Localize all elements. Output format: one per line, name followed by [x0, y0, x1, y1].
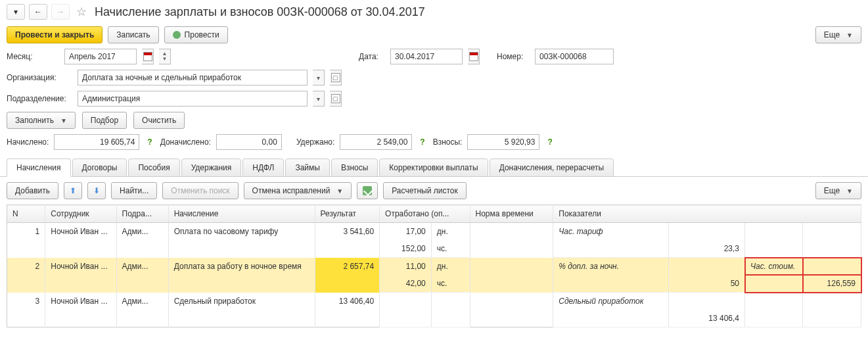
payslip-label: Расчетный листок — [392, 186, 457, 195]
post-button[interactable]: Провести — [164, 26, 228, 43]
table-row[interactable]: 3 Ночной Иван ... Адми... Сдельный прира… — [7, 293, 861, 310]
tab-loans[interactable]: Займы — [285, 158, 330, 177]
col-employee[interactable]: Сотрудник — [45, 205, 116, 223]
col-worked[interactable]: Отработано (оп... — [380, 205, 470, 223]
indicator2-name-highlighted: Час. стоим. — [745, 258, 803, 276]
fill-label: Заполнить — [15, 116, 54, 125]
date-label: Дата: — [359, 52, 385, 61]
col-accrual[interactable]: Начисление — [168, 205, 315, 223]
number-field[interactable]: 00ЗК-000068 — [535, 49, 614, 64]
forward-button[interactable]: → — [51, 4, 70, 20]
accrued-help-icon[interactable]: ? — [147, 137, 152, 147]
accrued-label: Начислено: — [7, 137, 49, 147]
month-label: Месяц: — [7, 52, 59, 61]
col-result[interactable]: Результат — [315, 205, 380, 223]
dept-open-button[interactable]: ▢ — [330, 91, 342, 107]
tab-accruals[interactable]: Начисления — [7, 158, 71, 177]
chevron-down-icon: ▼ — [60, 117, 67, 124]
more-button[interactable]: Еще ▼ — [815, 26, 861, 43]
back-button[interactable]: ← — [29, 4, 47, 20]
tab-ndfl[interactable]: НДФЛ — [242, 158, 284, 177]
add-row-button[interactable]: Добавить — [7, 182, 58, 199]
pick-label: Подбор — [91, 116, 118, 125]
post-label: Провести — [185, 30, 219, 39]
date-calendar-button[interactable] — [468, 49, 480, 64]
find-label: Найти... — [120, 186, 148, 195]
chevron-down-icon: ▼ — [336, 187, 343, 195]
contributions-value[interactable]: 5 920,93 — [467, 134, 539, 150]
date-field[interactable]: 30.04.2017 — [390, 49, 463, 64]
clear-label: Очистить — [142, 116, 176, 125]
cancel-search-button[interactable]: Отменить поиск — [162, 182, 238, 199]
dropdown-menu-button[interactable]: ▾ — [7, 4, 25, 20]
favorite-star-icon[interactable]: ☆ — [76, 5, 87, 19]
additional-value[interactable]: 0,00 — [216, 134, 282, 150]
dept-dropdown-button[interactable]: ▾ — [313, 91, 325, 107]
org-label: Организация: — [7, 73, 72, 82]
sub-more-button[interactable]: Еще ▼ — [815, 182, 861, 199]
cancel-corrections-button[interactable]: Отмена исправлений ▼ — [244, 182, 352, 199]
pick-button[interactable]: Подбор — [82, 112, 127, 129]
sub-more-label: Еще — [824, 186, 840, 195]
dept-label: Подразделение: — [7, 94, 72, 103]
tab-withholdings[interactable]: Удержания — [181, 158, 242, 177]
calendar-icon — [143, 52, 152, 61]
month-spinner[interactable]: ▲▼ — [159, 49, 171, 64]
cancel-corrections-label: Отмена исправлений — [252, 186, 331, 195]
month-calendar-button[interactable] — [142, 49, 154, 64]
withheld-help-icon[interactable]: ? — [420, 137, 424, 147]
more-label: Еще — [824, 30, 840, 39]
tab-contributions[interactable]: Взносы — [331, 158, 378, 177]
number-label: Номер: — [497, 52, 530, 61]
tab-contracts[interactable]: Договоры — [72, 158, 127, 177]
fill-button[interactable]: Заполнить ▼ — [7, 112, 76, 129]
post-and-close-label: Провести и закрыть — [15, 30, 94, 39]
withheld-value[interactable]: 2 549,00 — [340, 134, 412, 150]
post-icon — [173, 31, 181, 39]
accruals-table[interactable]: N Сотрудник Подра... Начисление Результа… — [7, 205, 861, 327]
dept-field[interactable]: Администрация — [78, 91, 308, 107]
save-button[interactable]: Записать — [108, 26, 158, 43]
month-field[interactable]: Апрель 2017 — [64, 49, 137, 64]
expand-icon: ▢ — [331, 94, 340, 103]
list-view-button[interactable] — [357, 182, 378, 199]
tab-additional-recalc[interactable]: Доначисления, перерасчеты — [490, 158, 614, 177]
chevron-down-icon: ▼ — [846, 32, 853, 39]
move-down-button[interactable]: ⬇ — [87, 182, 106, 199]
page-title: Начисление зарплаты и взносов 00ЗК-00006… — [95, 5, 425, 19]
col-indicators[interactable]: Показатели — [553, 205, 861, 223]
tab-benefits[interactable]: Пособия — [128, 158, 179, 177]
org-dropdown-button[interactable]: ▾ — [313, 70, 325, 85]
tab-payment-corrections[interactable]: Корректировки выплаты — [379, 158, 488, 177]
org-open-button[interactable]: ▢ — [330, 70, 342, 85]
withheld-label: Удержано: — [296, 137, 334, 147]
col-dept[interactable]: Подра... — [116, 205, 168, 223]
expand-icon: ▢ — [331, 73, 340, 82]
arrow-up-icon: ⬆ — [70, 186, 76, 195]
clear-button[interactable]: Очистить — [133, 112, 185, 129]
add-row-label: Добавить — [15, 186, 50, 195]
org-field[interactable]: Доплата за ночные и сдельный приработок — [78, 70, 308, 85]
chevron-down-icon: ▼ — [846, 187, 853, 195]
col-n[interactable]: N — [7, 205, 45, 223]
payslip-button[interactable]: Расчетный листок — [383, 182, 466, 199]
find-button[interactable]: Найти... — [111, 182, 157, 199]
post-and-close-button[interactable]: Провести и закрыть — [7, 26, 103, 43]
indicator2-value-highlighted: 126,559 — [803, 275, 861, 293]
contributions-label: Взносы: — [433, 137, 463, 147]
col-norm[interactable]: Норма времени — [470, 205, 553, 223]
accrued-value[interactable]: 19 605,74 — [54, 134, 139, 150]
table-row[interactable]: 1 Ночной Иван ... Адми... Оплата по часо… — [7, 223, 861, 241]
result-active-cell[interactable]: 2 657,74 — [315, 258, 380, 293]
save-label: Записать — [116, 30, 150, 39]
move-up-button[interactable]: ⬆ — [64, 182, 82, 199]
list-icon — [363, 186, 372, 195]
arrow-down-icon: ⬇ — [93, 186, 100, 195]
cancel-search-label: Отменить поиск — [171, 186, 229, 195]
additional-label: Доначислено: — [160, 137, 211, 147]
table-row[interactable]: 2 Ночной Иван ... Адми... Доплата за раб… — [7, 258, 861, 276]
calendar-icon — [469, 52, 478, 61]
contributions-help-icon[interactable]: ? — [547, 137, 552, 147]
